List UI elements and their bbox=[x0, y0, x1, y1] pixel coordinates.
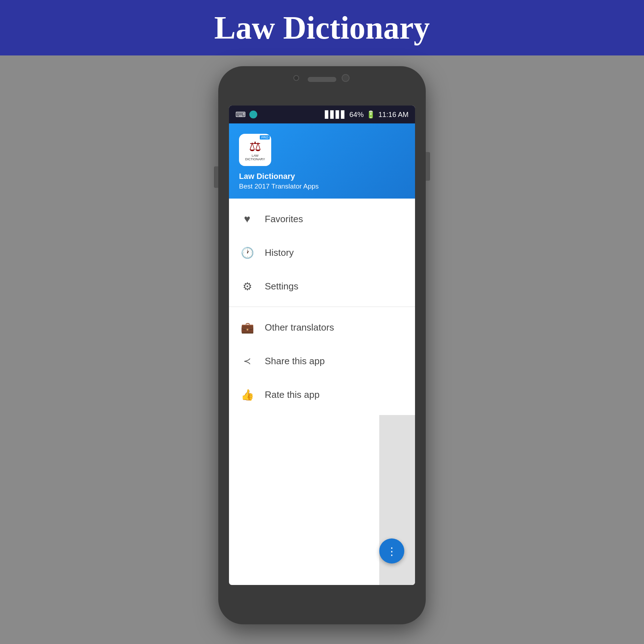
banner-title: Law Dictionary bbox=[214, 9, 430, 46]
menu-item-settings[interactable]: ⚙ Settings bbox=[229, 269, 415, 303]
thumbsup-icon: 👍 bbox=[240, 387, 255, 402]
battery-icon: 🔋 bbox=[366, 110, 375, 119]
phone-screen: ⌨ ▋▋▋▋ 64% 🔋 11:16 AM ⚖ LAWD bbox=[229, 106, 415, 585]
favorites-label: Favorites bbox=[265, 214, 303, 225]
phone-shell: ⌨ ▋▋▋▋ 64% 🔋 11:16 AM ⚖ LAWD bbox=[218, 66, 426, 624]
clock: 11:16 AM bbox=[378, 111, 409, 119]
app-name: Law Dictionary bbox=[239, 171, 405, 182]
app-icon: ⚖ LAWDICTIONARY PRO bbox=[239, 134, 271, 166]
camera-lens bbox=[342, 74, 350, 82]
icon-label: LAWDICTIONARY bbox=[245, 154, 265, 161]
app-tagline: Best 2017 Translator Apps bbox=[239, 182, 405, 191]
drawer-header: ⚖ LAWDICTIONARY PRO Law Dictionary Best … bbox=[229, 123, 415, 199]
front-camera bbox=[293, 75, 299, 81]
fab-button[interactable]: ⋮ bbox=[379, 538, 404, 564]
battery-percent: 64% bbox=[349, 111, 364, 119]
top-banner: Law Dictionary bbox=[0, 0, 644, 55]
menu-section-2: 💼 Other translators ≺ Share this app 👍 R… bbox=[229, 307, 415, 415]
history-icon: 🕐 bbox=[240, 245, 255, 260]
gray-area: ⌨ ▋▋▋▋ 64% 🔋 11:16 AM ⚖ LAWD bbox=[0, 55, 644, 644]
menu-item-other-translators[interactable]: 💼 Other translators bbox=[229, 311, 415, 344]
speaker-grille bbox=[308, 77, 336, 82]
pro-badge: PRO bbox=[260, 135, 270, 140]
usb-icon: ⌨ bbox=[235, 110, 246, 119]
menu-item-history[interactable]: 🕐 History bbox=[229, 236, 415, 269]
other-translators-label: Other translators bbox=[265, 322, 334, 333]
share-icon: ≺ bbox=[240, 353, 255, 369]
power-button bbox=[426, 152, 430, 181]
menu-section-1: ♥ Favorites 🕐 History ⚙ Settings bbox=[229, 199, 415, 307]
briefcase-icon: 💼 bbox=[240, 320, 255, 335]
status-left-icons: ⌨ bbox=[235, 110, 257, 119]
menu-item-rate[interactable]: 👍 Rate this app bbox=[229, 378, 415, 411]
rate-label: Rate this app bbox=[265, 389, 319, 400]
notification-icon bbox=[249, 111, 257, 118]
menu-item-favorites[interactable]: ♥ Favorites bbox=[229, 202, 415, 236]
scales-icon: ⚖ bbox=[249, 138, 261, 154]
phone-top bbox=[218, 66, 426, 106]
fab-icon: ⋮ bbox=[386, 545, 397, 557]
volume-button bbox=[214, 166, 218, 188]
settings-label: Settings bbox=[265, 281, 298, 292]
status-bar: ⌨ ▋▋▋▋ 64% 🔋 11:16 AM bbox=[229, 106, 415, 123]
history-label: History bbox=[265, 247, 294, 258]
favorites-icon: ♥ bbox=[240, 211, 255, 226]
status-right-info: ▋▋▋▋ 64% 🔋 11:16 AM bbox=[325, 110, 409, 119]
settings-icon: ⚙ bbox=[240, 279, 255, 294]
share-label: Share this app bbox=[265, 356, 325, 367]
signal-icon: ▋▋▋▋ bbox=[325, 110, 346, 119]
menu-item-share[interactable]: ≺ Share this app bbox=[229, 344, 415, 378]
